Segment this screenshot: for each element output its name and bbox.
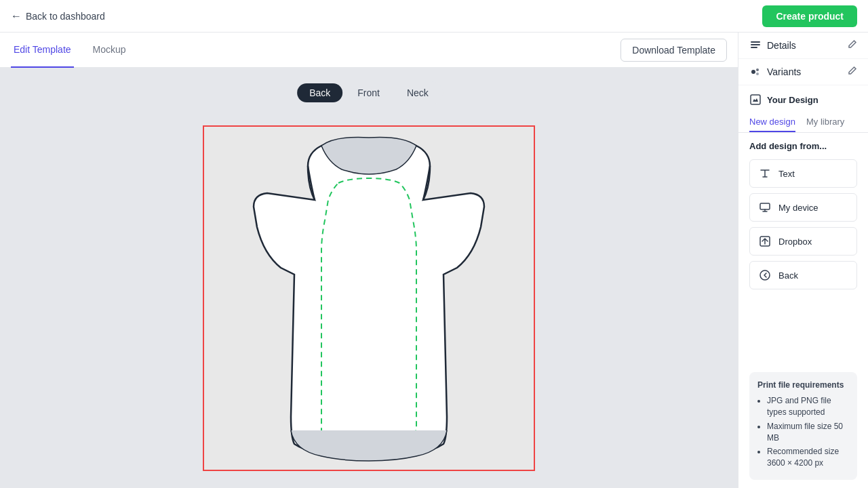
add-design-label: Add design from... <box>738 133 868 157</box>
design-canvas <box>203 125 535 471</box>
back-circle-icon <box>758 268 772 282</box>
top-nav: ← Back to dashboard Create product <box>0 0 868 33</box>
details-label: Details <box>749 39 796 52</box>
your-design-title: Your Design <box>749 94 857 106</box>
tab-mockup[interactable]: Mockup <box>90 33 129 68</box>
details-edit-icon[interactable] <box>848 39 857 52</box>
design-option-back-button[interactable]: Back <box>749 261 857 289</box>
print-requirements: Print file requirements JPG and PNG file… <box>749 372 857 480</box>
svg-point-5 <box>756 73 759 75</box>
view-btn-neck[interactable]: Neck <box>395 83 441 102</box>
device-option-label: My device <box>778 203 818 213</box>
svg-point-4 <box>756 68 759 71</box>
your-design-icon <box>749 94 762 106</box>
text-icon <box>758 167 772 180</box>
print-requirements-title: Print file requirements <box>757 380 849 390</box>
main-layout: Edit Template Mockup Download Template B… <box>0 33 868 488</box>
create-product-button[interactable]: Create product <box>762 5 857 27</box>
canvas-area: Back Front Neck <box>0 68 738 488</box>
garment-svg <box>213 132 525 464</box>
view-btn-front[interactable]: Front <box>345 83 392 102</box>
design-tab-library[interactable]: My library <box>806 113 844 132</box>
sidebar-details-row: Details <box>738 33 868 59</box>
variants-edit-icon[interactable] <box>848 66 857 78</box>
variants-label: Variants <box>749 66 801 78</box>
print-requirements-list: JPG and PNG file types supported Maximum… <box>757 395 849 469</box>
svg-rect-0 <box>751 41 760 43</box>
print-req-item-1: JPG and PNG file types supported <box>767 395 849 418</box>
svg-rect-2 <box>751 47 757 48</box>
design-subtabs: New design My library <box>738 113 868 133</box>
your-design-section: Your Design New design My library <box>738 85 868 133</box>
svg-rect-7 <box>760 203 770 209</box>
svg-rect-1 <box>751 44 760 45</box>
tab-edit-template[interactable]: Edit Template <box>11 33 74 68</box>
dropbox-icon <box>758 235 772 248</box>
tabs-bar: Edit Template Mockup Download Template <box>0 33 738 68</box>
back-to-dashboard-link[interactable]: ← Back to dashboard <box>11 10 105 22</box>
editor-area: Edit Template Mockup Download Template B… <box>0 33 738 488</box>
view-btn-back[interactable]: Back <box>297 83 342 102</box>
print-req-item-3: Recommended size 3600 × 4200 px <box>767 446 849 469</box>
details-icon <box>749 39 762 52</box>
dropbox-option-label: Dropbox <box>778 237 812 247</box>
print-req-item-2: Maximum file size 50 MB <box>767 421 849 444</box>
design-option-dropbox-button[interactable]: Dropbox <box>749 227 857 256</box>
design-option-text-button[interactable]: Text <box>749 159 857 188</box>
download-template-button[interactable]: Download Template <box>620 39 727 62</box>
back-arrow-icon: ← <box>11 10 22 22</box>
design-option-device-button[interactable]: My device <box>749 193 857 222</box>
text-option-label: Text <box>778 169 795 179</box>
view-selector: Back Front Neck <box>295 81 443 104</box>
variants-icon <box>749 66 762 78</box>
right-sidebar: Details Variants <box>738 33 868 488</box>
svg-rect-6 <box>751 95 760 104</box>
monitor-icon <box>758 201 772 214</box>
design-tab-new[interactable]: New design <box>749 113 795 132</box>
sidebar-variants-row: Variants <box>738 59 868 85</box>
svg-point-3 <box>751 70 755 74</box>
back-option-label: Back <box>778 270 798 281</box>
back-link-label: Back to dashboard <box>26 11 105 22</box>
